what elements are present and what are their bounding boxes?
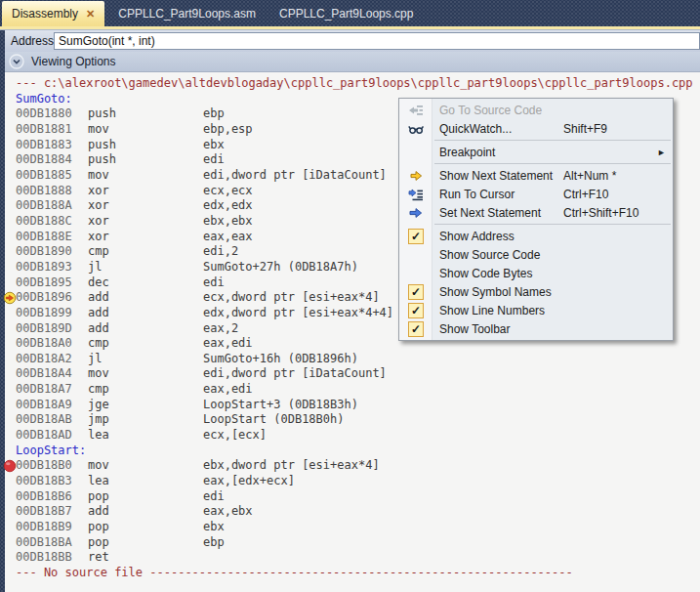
tab-label: Disassembly [12, 7, 78, 21]
menu-item-breakpoint[interactable]: Breakpoint► [399, 143, 673, 161]
instruction-address: 00DB189D [16, 321, 88, 337]
tab-close-icon[interactable]: ✕ [86, 9, 95, 20]
set-next-statement-icon [399, 205, 432, 221]
current-statement-icon[interactable] [3, 291, 17, 305]
instruction-address: 00DB18B0 [16, 458, 88, 474]
instruction-mnemonic: pop [88, 535, 203, 551]
checkbox-checked: ✓ [399, 284, 432, 300]
instruction-mnemonic: jmp [88, 412, 203, 428]
menu-item-shortcut: Shift+F9 [563, 122, 607, 136]
instruction-mnemonic: lea [88, 474, 203, 489]
menu-item-label: Breakpoint [432, 146, 495, 159]
instruction-address: 00DB18A4 [16, 366, 88, 382]
instruction-operands: eax,edi [203, 336, 253, 352]
instruction-operands: ebp,esp [203, 122, 253, 138]
tab-label: CPPLLC_Part9Loops.asm [118, 7, 256, 21]
instruction-address: 00DB18AD [16, 428, 88, 444]
tab-cppllc-part9loops-asm[interactable]: CPPLLC_Part9Loops.asm [108, 1, 266, 26]
instruction-address: 00DB18B9 [16, 520, 88, 535]
instruction-operands: edi,dword ptr [iDataCount] [203, 168, 387, 184]
menu-item-show-next-statement[interactable]: Show Next StatementAlt+Num * [399, 166, 673, 185]
symbol-label-loopstart[interactable]: LoopStart: [5, 444, 700, 459]
menu-item-label: Show Next Statement [432, 169, 553, 183]
disasm-line-00db18a2[interactable]: 00DB18A2jlSumGoto+16h (0DB1896h) [5, 352, 700, 367]
instruction-mnemonic: lea [88, 428, 203, 444]
disasm-line-00db18ba[interactable]: 00DB18BApopebp [5, 535, 700, 551]
disasm-line-00db18bb[interactable]: 00DB18BBret [5, 550, 700, 566]
document-tab-bar: Disassembly✕CPPLLC_Part9Loops.asmCPPLLC_… [0, 0, 700, 26]
disasm-line-00db18a9[interactable]: 00DB18A9jgeLoopStart+3 (0DB18B3h) [5, 398, 700, 413]
address-input[interactable] [54, 32, 700, 50]
instruction-mnemonic: ret [88, 550, 203, 566]
quickwatch-icon [399, 121, 432, 137]
instruction-operands: ebx,dword ptr [esi+eax*4] [203, 458, 380, 474]
disasm-line-00db18b0[interactable]: 00DB18B0movebx,dword ptr [esi+eax*4] [5, 458, 700, 474]
instruction-operands: ebp [203, 106, 225, 122]
instruction-mnemonic: xor [88, 198, 203, 214]
disasm-line-00db18b6[interactable]: 00DB18B6popedi [5, 489, 700, 505]
run-to-cursor-icon [399, 187, 432, 202]
checkbox-checked: ✓ [399, 303, 432, 318]
menu-separator [434, 140, 671, 141]
instruction-address: 00DB18A7 [16, 382, 88, 398]
instruction-address: 00DB1880 [16, 106, 88, 122]
instruction-address: 00DB18B7 [16, 504, 88, 520]
source-file-comment[interactable]: --- No source file ---------------------… [5, 566, 700, 581]
chevron-down-icon[interactable] [9, 54, 24, 69]
disasm-line-00db18b9[interactable]: 00DB18B9popebx [5, 520, 700, 535]
instruction-address: 00DB1893 [16, 260, 88, 275]
instruction-mnemonic: mov [88, 122, 203, 138]
disasm-line-00db18b7[interactable]: 00DB18B7addeax,ebx [5, 504, 700, 520]
instruction-mnemonic: add [88, 290, 203, 306]
instruction-address: 00DB188A [16, 198, 88, 214]
instruction-address: 00DB18A9 [16, 398, 88, 413]
context-menu: Go To Source CodeQuickWatch...Shift+F9Br… [398, 98, 674, 341]
instruction-operands: edx,edx [203, 198, 253, 214]
menu-item-label: Show Toolbar [432, 322, 511, 336]
instruction-operands: edi [203, 489, 225, 505]
instruction-operands: ecx,dword ptr [esi+eax*4] [203, 290, 380, 306]
instruction-operands: edi,2 [203, 244, 238, 260]
menu-item-show-code-bytes[interactable]: Show Code Bytes [399, 264, 673, 282]
disasm-line-00db18a4[interactable]: 00DB18A4movedi,dword ptr [iDataCount] [5, 366, 700, 382]
instruction-operands: LoopStart (0DB18B0h) [203, 412, 345, 428]
source-file-comment[interactable]: --- c:\alexroot\gamedev\altdevblogaday\c… [5, 76, 700, 92]
instruction-mnemonic: push [88, 106, 203, 122]
menu-item-show-symbol-names[interactable]: ✓Show Symbol Names [399, 282, 673, 301]
menu-item-show-line-numbers[interactable]: ✓Show Line Numbers [399, 301, 673, 319]
tab-disassembly[interactable]: Disassembly✕ [2, 1, 104, 26]
menu-item-run-to-cursor[interactable]: Run To CursorCtrl+F10 [399, 185, 673, 203]
menu-item-show-address[interactable]: ✓Show Address [399, 227, 673, 245]
disasm-line-00db18a7[interactable]: 00DB18A7cmpeax,edi [5, 382, 700, 398]
menu-item-show-toolbar[interactable]: ✓Show Toolbar [399, 319, 673, 338]
instruction-address: 00DB18BB [16, 550, 88, 566]
menu-item-quickwatch[interactable]: QuickWatch...Shift+F9 [399, 119, 673, 138]
disasm-line-00db18ad[interactable]: 00DB18ADleaecx,[ecx] [5, 428, 700, 444]
menu-item-shortcut: Ctrl+Shift+F10 [563, 206, 638, 220]
disasm-line-00db18ab[interactable]: 00DB18ABjmpLoopStart (0DB18B0h) [5, 412, 700, 428]
show-next-statement-icon [399, 168, 432, 184]
instruction-address: 00DB1888 [16, 184, 88, 199]
instruction-operands: edi,dword ptr [iDataCount] [203, 366, 387, 382]
instruction-operands: LoopStart+3 (0DB18B3h) [203, 398, 358, 413]
instruction-operands: ebx [203, 138, 225, 153]
instruction-mnemonic: jl [88, 260, 203, 275]
instruction-mnemonic: mov [88, 366, 203, 382]
menu-item-label: Show Symbol Names [432, 285, 552, 299]
disasm-line-00db18b3[interactable]: 00DB18B3leaeax,[edx+ecx] [5, 474, 700, 489]
menu-item-set-next-statement[interactable]: Set Next StatementCtrl+Shift+F10 [399, 203, 673, 222]
instruction-mnemonic: xor [88, 184, 203, 199]
instruction-operands: SumGoto+16h (0DB1896h) [203, 352, 358, 367]
breakpoint-icon[interactable] [3, 459, 17, 473]
viewing-options-bar[interactable]: Viewing Options [5, 52, 700, 72]
instruction-operands: eax,[edx+ecx] [203, 474, 295, 489]
tab-cppllc-part9loops-cpp[interactable]: CPPLLC_Part9Loops.cpp [269, 1, 423, 26]
instruction-address: 00DB1890 [16, 244, 88, 260]
instruction-mnemonic: cmp [88, 244, 203, 260]
tab-label: CPPLLC_Part9Loops.cpp [279, 7, 413, 21]
instruction-mnemonic: xor [88, 230, 203, 245]
menu-item-label: Show Source Code [432, 248, 540, 262]
menu-item-label: Go To Source Code [432, 104, 542, 117]
menu-item-show-source-code[interactable]: Show Source Code [399, 245, 673, 264]
menu-separator [434, 163, 671, 164]
